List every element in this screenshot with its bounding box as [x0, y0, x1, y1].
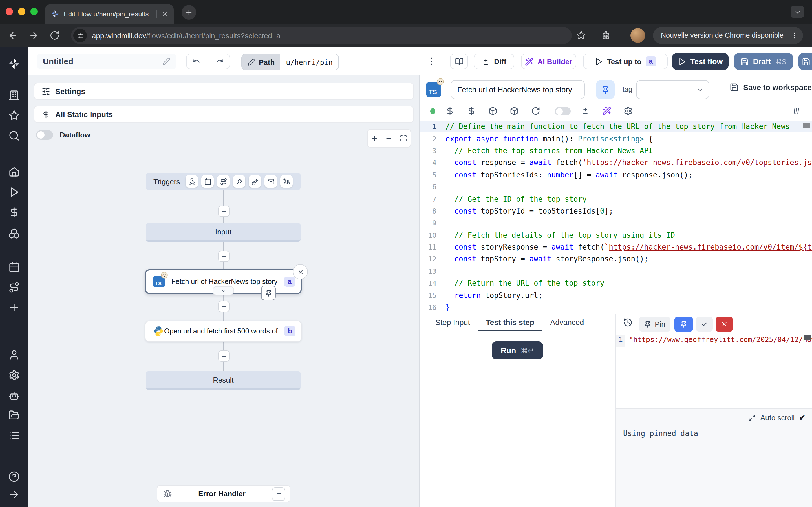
- profile-avatar[interactable]: [630, 28, 645, 43]
- pinned-data-editor[interactable]: 1 "https://www.geoffreylitt.com/2025/04/…: [616, 335, 812, 347]
- zoom-in-button[interactable]: [371, 135, 378, 142]
- zoom-out-button[interactable]: [386, 135, 393, 142]
- draft-button[interactable]: Draft⌘S: [734, 53, 793, 70]
- pin-step-button[interactable]: [596, 80, 615, 99]
- trigger-mail-button[interactable]: [264, 175, 277, 187]
- test-flow-button[interactable]: Test flow: [672, 53, 728, 70]
- docs-button[interactable]: [450, 54, 468, 69]
- more-options-button[interactable]: [426, 55, 437, 68]
- minimize-window-button[interactable]: [18, 8, 26, 15]
- close-tab-icon[interactable]: [161, 10, 168, 17]
- reload-icon[interactable]: [531, 107, 540, 115]
- trigger-calendar-button[interactable]: [201, 175, 214, 187]
- add-step-button[interactable]: [218, 206, 230, 217]
- pinned-active-button[interactable]: [674, 317, 693, 332]
- editor-scrollbar[interactable]: [803, 123, 810, 128]
- save-to-workspace-button[interactable]: Save to workspace: [730, 83, 812, 92]
- add-step-button[interactable]: [218, 350, 230, 362]
- sidebar-item-variables[interactable]: [8, 207, 20, 218]
- windmill-logo[interactable]: [8, 57, 20, 70]
- sidebar-item-folders[interactable]: [8, 409, 20, 421]
- tag-select[interactable]: [636, 80, 709, 99]
- sidebar-item-runs[interactable]: [8, 186, 20, 198]
- path-group[interactable]: Path u/henri/pin: [241, 54, 339, 70]
- contextual-variables-icon[interactable]: [467, 107, 476, 115]
- tab-search-button[interactable]: [791, 6, 804, 18]
- code-editor[interactable]: 1// Define the main function to fetch th…: [419, 121, 812, 314]
- history-icon[interactable]: [623, 318, 633, 327]
- address-bar[interactable]: app.windmill.dev/flows/edit/u/henri/pin_…: [71, 27, 572, 44]
- add-step-button[interactable]: [218, 301, 230, 312]
- diff-button[interactable]: Diff: [474, 54, 514, 69]
- extensions-icon[interactable]: [601, 31, 611, 40]
- deploy-button[interactable]: Deploy: [799, 53, 812, 70]
- maximize-window-button[interactable]: [31, 8, 38, 15]
- remove-pin-button[interactable]: [716, 317, 733, 332]
- sidebar-item-schedules[interactable]: [8, 262, 20, 273]
- code-line[interactable]: 6: [419, 181, 812, 193]
- trigger-route-button[interactable]: [217, 175, 230, 187]
- diff-icon[interactable]: [581, 107, 590, 115]
- run-button[interactable]: Run ⌘↵: [492, 341, 543, 359]
- input-node[interactable]: Input: [146, 223, 301, 242]
- sidebar-item-users[interactable]: [8, 349, 20, 360]
- sidebar-item-routes[interactable]: [8, 282, 20, 293]
- sidebar-item-home[interactable]: [8, 166, 20, 177]
- pin-result-button[interactable]: Pin: [639, 317, 670, 332]
- code-line[interactable]: 8 const topStoryId = topStoriesIds[0];: [419, 205, 812, 217]
- pinned-step-indicator[interactable]: [261, 286, 276, 300]
- editor-toggle[interactable]: [555, 107, 571, 115]
- sidebar-item-resources[interactable]: [8, 228, 20, 239]
- tab-step-input[interactable]: Step Input: [427, 314, 478, 331]
- code-line[interactable]: 11 const storyResponse = await fetch(`ht…: [419, 241, 812, 253]
- redo-button[interactable]: [210, 54, 230, 69]
- close-window-button[interactable]: [6, 8, 13, 15]
- flow-step-a[interactable]: TS Fetch url of HackerNews top story a: [145, 269, 302, 294]
- chrome-update-notice[interactable]: Nouvelle version de Chrome disponible: [653, 27, 803, 44]
- code-line[interactable]: 12 const topStory = await storyResponse.…: [419, 253, 812, 265]
- ai-assist-icon[interactable]: [602, 107, 611, 115]
- editor-settings-icon[interactable]: [624, 107, 633, 115]
- library-icon[interactable]: [792, 107, 801, 115]
- sidebar-collapse[interactable]: [8, 489, 20, 500]
- dataflow-toggle[interactable]: [36, 130, 53, 140]
- add-step-button[interactable]: [218, 251, 230, 262]
- trigger-plugzap-button[interactable]: [249, 175, 261, 187]
- all-static-inputs-button[interactable]: All Static Inputs: [34, 106, 414, 123]
- sidebar-item-help[interactable]: [8, 471, 20, 482]
- code-line[interactable]: 15 return topStory.url;: [419, 289, 812, 301]
- expand-icon[interactable]: [749, 414, 756, 421]
- pinned-editor-scrollbar[interactable]: [804, 335, 811, 340]
- code-line[interactable]: 3 // Fetch the top stories from Hacker N…: [419, 145, 812, 157]
- bookmark-icon[interactable]: [576, 31, 586, 40]
- package-icon[interactable]: [488, 107, 497, 115]
- ai-builder-button[interactable]: AI Builder: [521, 54, 576, 69]
- expand-step-button[interactable]: [213, 286, 234, 295]
- code-line[interactable]: 13: [419, 265, 812, 277]
- flow-settings-button[interactable]: Settings: [34, 83, 414, 100]
- trigger-webhook-button[interactable]: [186, 175, 198, 187]
- code-line[interactable]: 2export async function main(): Promise<s…: [419, 133, 812, 145]
- step-name-input[interactable]: Fetch url of HackerNews top story: [451, 80, 585, 99]
- flow-step-b[interactable]: Open url and fetch first 500 words of ..…: [145, 321, 302, 342]
- triggers-node[interactable]: Triggers: [146, 173, 301, 190]
- reload-button[interactable]: [50, 31, 60, 41]
- sidebar-item-favorites[interactable]: [8, 110, 20, 121]
- code-line[interactable]: 16}: [419, 301, 812, 314]
- code-line[interactable]: 14 // Return the URL of the top story: [419, 277, 812, 289]
- add-error-handler-button[interactable]: [272, 487, 285, 501]
- tab-advanced[interactable]: Advanced: [542, 314, 592, 331]
- accept-button[interactable]: [696, 317, 713, 332]
- result-node[interactable]: Result: [146, 371, 301, 390]
- delete-step-button[interactable]: [293, 264, 308, 279]
- variables-icon[interactable]: [446, 107, 455, 115]
- trigger-plug-button[interactable]: [233, 175, 245, 187]
- trigger-binoculars-button[interactable]: [280, 175, 293, 187]
- fit-view-button[interactable]: [400, 135, 407, 142]
- forward-button[interactable]: [29, 31, 39, 41]
- auto-scroll-control[interactable]: Auto scroll ✔: [749, 413, 805, 422]
- code-line[interactable]: 4 const response = await fetch('https://…: [419, 157, 812, 169]
- code-line[interactable]: 10 // Fetch the details of the top story…: [419, 229, 812, 241]
- new-tab-button[interactable]: [182, 5, 196, 20]
- sidebar-item-settings[interactable]: [8, 370, 20, 381]
